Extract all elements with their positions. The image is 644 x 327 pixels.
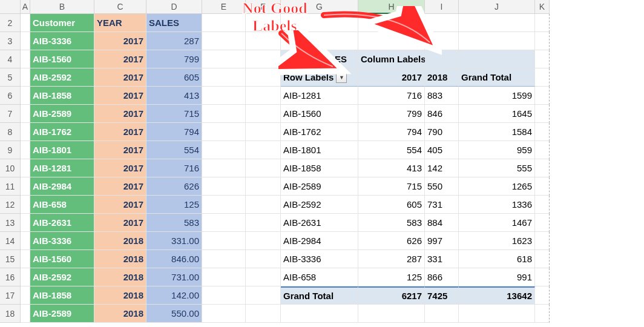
col-header-B[interactable]: B (30, 0, 94, 14)
cell-K13[interactable] (535, 214, 550, 232)
cell-J2[interactable] (459, 14, 535, 32)
cell-F4[interactable] (246, 50, 281, 68)
col-header-A[interactable]: A (21, 0, 30, 14)
cell-E16[interactable] (202, 268, 246, 286)
row-header-7[interactable]: 7 (0, 105, 21, 123)
pivot-row-label[interactable]: AIB-1801 (281, 141, 358, 159)
cell-K9[interactable] (535, 141, 550, 159)
row-header-4[interactable]: 4 (0, 50, 21, 68)
cell-E17[interactable] (202, 286, 246, 305)
cell-K4[interactable] (535, 50, 550, 68)
pivot-row-label[interactable]: AIB-2589 (281, 177, 358, 196)
cell-E5[interactable] (202, 68, 246, 87)
cell-F17[interactable] (246, 286, 281, 305)
cell-A16[interactable] (21, 268, 30, 286)
cell-E15[interactable] (202, 250, 246, 268)
row-header-12[interactable]: 12 (0, 196, 21, 214)
row-header-6[interactable]: 6 (0, 87, 21, 105)
cell-E2[interactable] (202, 14, 246, 32)
cell-H2[interactable] (358, 14, 425, 32)
cell-K12[interactable] (535, 196, 550, 214)
pivot-row-labels[interactable]: Row Labels▼ (281, 68, 358, 87)
cell-K10[interactable] (535, 159, 550, 177)
cell-A13[interactable] (21, 214, 30, 232)
cell-A10[interactable] (21, 159, 30, 177)
pivot-row-label[interactable]: AIB-1281 (281, 87, 358, 105)
cell-A11[interactable] (21, 177, 30, 196)
cell-F5[interactable] (246, 68, 281, 87)
cell-F16[interactable] (246, 268, 281, 286)
cell-F14[interactable] (246, 232, 281, 250)
pivot-row-label[interactable]: AIB-3336 (281, 250, 358, 268)
cell-K16[interactable] (535, 268, 550, 286)
row-header-14[interactable]: 14 (0, 232, 21, 250)
row-header-17[interactable]: 17 (0, 286, 21, 305)
cell-A4[interactable] (21, 50, 30, 68)
cell-E7[interactable] (202, 105, 246, 123)
cell-E8[interactable] (202, 123, 246, 141)
cell-A6[interactable] (21, 87, 30, 105)
cell-K14[interactable] (535, 232, 550, 250)
cell-K11[interactable] (535, 177, 550, 196)
cell-K18[interactable] (535, 305, 550, 323)
row-header-11[interactable]: 11 (0, 177, 21, 196)
cell-K15[interactable] (535, 250, 550, 268)
row-header-3[interactable]: 3 (0, 32, 21, 50)
cell-A17[interactable] (21, 286, 30, 305)
cell-A15[interactable] (21, 250, 30, 268)
pivot-row-label[interactable]: AIB-658 (281, 268, 358, 286)
cell-K2[interactable] (535, 14, 550, 32)
select-all-corner[interactable] (0, 0, 21, 14)
cell-F9[interactable] (246, 141, 281, 159)
cell-K7[interactable] (535, 105, 550, 123)
cell-F6[interactable] (246, 87, 281, 105)
cell-H3[interactable] (358, 32, 425, 50)
pivot-row-label[interactable]: AIB-2592 (281, 196, 358, 214)
cell-F3[interactable] (246, 32, 281, 50)
cell-E9[interactable] (202, 141, 246, 159)
col-header-J[interactable]: J (459, 0, 535, 14)
col-header-C[interactable]: C (94, 0, 146, 14)
cell-K17[interactable] (535, 286, 550, 305)
cell-I3[interactable] (425, 32, 459, 50)
cell-G3[interactable] (281, 32, 358, 50)
cell-E11[interactable] (202, 177, 246, 196)
cell-A2[interactable] (21, 14, 30, 32)
row-header-2[interactable]: 2 (0, 14, 21, 32)
cell-E4[interactable] (202, 50, 246, 68)
pivot-row-label[interactable]: AIB-1858 (281, 159, 358, 177)
col-header-H[interactable]: H (358, 0, 425, 14)
cell-E10[interactable] (202, 159, 246, 177)
row-labels-filter-icon[interactable]: ▼ (336, 72, 347, 83)
row-header-15[interactable]: 15 (0, 250, 21, 268)
cell-F11[interactable] (246, 177, 281, 196)
cell-K3[interactable] (535, 32, 550, 50)
cell-F2[interactable] (246, 14, 281, 32)
cell-F18[interactable] (246, 305, 281, 323)
cell-F12[interactable] (246, 196, 281, 214)
cell-E6[interactable] (202, 87, 246, 105)
col-header-F[interactable]: F (246, 0, 281, 14)
pivot-column-labels[interactable]: Column Labels▼ (358, 50, 425, 68)
pivot-row-label[interactable]: AIB-1560 (281, 105, 358, 123)
row-header-16[interactable]: 16 (0, 268, 21, 286)
cell-K8[interactable] (535, 123, 550, 141)
cell-A5[interactable] (21, 68, 30, 87)
row-header-9[interactable]: 9 (0, 141, 21, 159)
cell-A8[interactable] (21, 123, 30, 141)
col-header-D[interactable]: D (146, 0, 202, 14)
col-header-K[interactable]: K (535, 0, 550, 14)
pivot-row-label[interactable]: AIB-1762 (281, 123, 358, 141)
cell-A18[interactable] (21, 305, 30, 323)
cell-A12[interactable] (21, 196, 30, 214)
col-header-G[interactable]: G (281, 0, 358, 14)
cell-E14[interactable] (202, 232, 246, 250)
cell-F8[interactable] (246, 123, 281, 141)
cell-K6[interactable] (535, 87, 550, 105)
cell-G18[interactable] (281, 305, 358, 323)
cell-G2[interactable] (281, 14, 358, 32)
cell-E3[interactable] (202, 32, 246, 50)
cell-A3[interactable] (21, 32, 30, 50)
cell-E13[interactable] (202, 214, 246, 232)
pivot-row-label[interactable]: AIB-2984 (281, 232, 358, 250)
